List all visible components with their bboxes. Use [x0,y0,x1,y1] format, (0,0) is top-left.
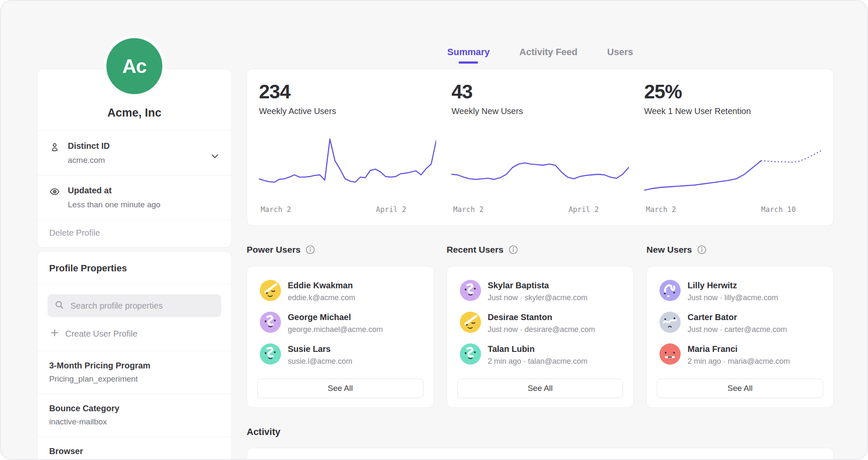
property-value: inactive-mailbox [49,417,220,427]
loop-face [659,280,681,301]
squiggle-face [460,280,481,301]
activity-title: Activity [247,427,834,438]
user-text: Skylar BaptistaJust now · skyler@acme.co… [488,280,587,302]
user-row[interactable]: George Michaelgeorge.michael@acme.com [257,309,423,337]
user-row[interactable]: Skylar BaptistaJust now · skyler@acme.co… [457,277,623,305]
stat-value: 234 [259,82,436,101]
user-card: Eddie Kwakmaneddie.k@acme.comGeorge Mich… [247,266,434,408]
new-users-section: New Users Lilly HerwitzJust now · lilly@… [646,245,834,408]
weekly-active-users-chart [259,132,436,200]
tab-summary[interactable]: Summary [447,47,490,64]
wink-face [460,312,481,333]
field-label: Distinct ID [68,141,110,151]
user-avatar [260,343,281,365]
user-row[interactable]: Carter BatorJust now · carter@acme.com [657,309,823,337]
delete-profile-button[interactable]: Delete Profile [49,228,100,238]
user-detail: susie.l@acme.com [288,357,352,366]
stats-grid: 234 Weekly Active Users March 2 April 2 … [247,69,833,226]
user-row[interactable]: Susie Larssusie.l@acme.com [257,341,423,368]
user-text: Eddie Kwakmaneddie.k@acme.com [288,280,355,302]
user-row[interactable]: Desirae StantonJust now · desirare@acme.… [457,309,623,337]
user-card: Lilly HerwitzJust now · lilly@acme.comCa… [646,266,834,408]
main-content: Summary Activity Feed Users 234 Weekly A… [247,1,834,460]
tab-bar: Summary Activity Feed Users [247,1,834,64]
profile-card: Acme, Inc Distinct ID acme.com [37,69,232,248]
create-user-profile-label: Create User Profile [65,329,137,339]
tab-activity-feed[interactable]: Activity Feed [520,47,578,64]
eye-icon [49,186,60,199]
x-axis: March 2 April 2 [259,205,436,215]
property-list: 3-Month Pricing ProgramPricing_plan_expe… [37,351,231,460]
user-detail: george.michael@acme.com [288,325,383,334]
user-row[interactable]: Eddie Kwakmaneddie.k@acme.com [257,277,423,305]
week1-retention-chart [644,132,821,200]
see-all-button[interactable]: See All [457,379,623,398]
user-avatar [659,343,681,365]
stat-week1-retention: 25% Week 1 New User Retention March 2 Ma… [644,82,821,215]
user-lists: Power Users Eddie Kwakmaneddie.k@acme.co… [247,245,834,408]
chevron-down-icon[interactable] [209,151,220,162]
user-name: Maria Franci [687,344,790,354]
property-value: Pricing_plan_experiment [49,374,220,384]
flat-face [659,343,681,365]
property-row[interactable]: Bounce Categoryinactive-mailbox [37,393,231,436]
user-text: Susie Larssusie.l@acme.com [288,343,352,366]
user-row[interactable]: Talan Lubin2 min ago · talan@acme.com [457,341,623,368]
see-all-button[interactable]: See All [257,379,423,398]
info-icon[interactable] [306,245,315,254]
field-text: Distinct ID acme.com [68,141,110,165]
activity-card: 234 940 3.4k [247,448,834,460]
field-value: Less than one minute ago [68,200,161,209]
tab-label: Summary [447,47,490,57]
property-row[interactable]: 3-Month Pricing ProgramPricing_plan_expe… [37,351,231,393]
zigzag-face [659,312,681,333]
tab-users[interactable]: Users [607,47,633,64]
profile-properties-title: Profile Properties [37,251,231,284]
user-row[interactable]: Lilly HerwitzJust now · lilly@acme.com [657,277,823,305]
user-name: Talan Lubin [488,344,587,354]
user-name: Desirae Stanton [488,312,595,322]
search-input[interactable] [70,301,214,311]
user-rows: Skylar BaptistaJust now · skyler@acme.co… [457,277,623,368]
user-name: Susie Lars [288,344,352,354]
user-name: George Michael [288,312,383,322]
plus-icon [50,328,59,340]
property-row[interactable]: BrowserChrome [37,436,231,460]
user-rows: Lilly HerwitzJust now · lilly@acme.comCa… [657,277,823,368]
field-value: acme.com [68,156,110,165]
see-all-button[interactable]: See All [657,379,823,398]
list-title: Recent Users [447,245,504,255]
stat-label: Weekly Active Users [259,106,436,116]
axis-tick-start: March 2 [261,205,291,214]
property-name: 3-Month Pricing Program [49,361,220,371]
axis-tick-start: March 2 [646,205,676,214]
profile-properties-card: Profile Properties Create User Profile 3… [37,251,232,460]
tab-label: Users [607,47,633,57]
stat-label: Week 1 New User Retention [644,106,821,116]
user-detail: eddie.k@acme.com [288,293,355,302]
info-icon[interactable] [697,245,707,254]
user-text: George Michaelgeorge.michael@acme.com [288,312,383,334]
field-distinct-id: Distinct ID acme.com [37,131,231,175]
user-rows: Eddie Kwakmaneddie.k@acme.comGeorge Mich… [257,277,423,368]
company-name: Acme, Inc [107,106,161,120]
stat-value: 43 [451,82,629,101]
info-icon[interactable] [509,245,518,254]
axis-tick-start: March 2 [453,205,484,214]
user-card: Skylar BaptistaJust now · skyler@acme.co… [447,266,634,408]
squiggle-face [260,343,281,365]
delete-profile-row: Delete Profile [37,220,231,247]
field-updated-at: Updated at Less than one minute ago [37,175,231,220]
axis-tick-end: April 2 [568,205,599,214]
list-title: Power Users [247,245,300,255]
profile-properties-tools: Create User Profile [37,284,231,351]
user-text: Lilly HerwitzJust now · lilly@acme.com [687,280,778,302]
search-icon [54,300,64,312]
company-avatar-initials: Ac [122,55,147,78]
weekly-new-users-chart [451,132,629,200]
field-label: Updated at [68,186,161,195]
create-user-profile-button[interactable]: Create User Profile [47,317,140,348]
field-text: Updated at Less than one minute ago [68,186,161,209]
property-name: Browser [49,446,220,456]
user-row[interactable]: Maria Franci2 min ago · maria@acme.com [657,341,823,368]
